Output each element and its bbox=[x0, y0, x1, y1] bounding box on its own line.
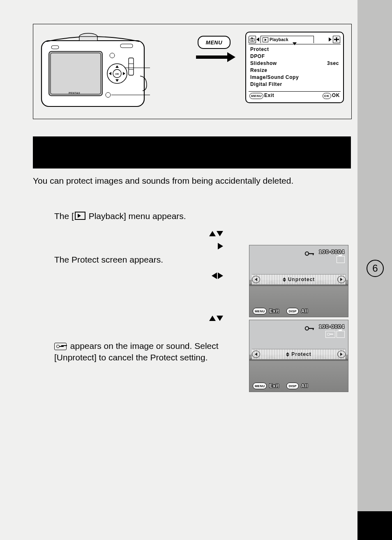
page-number-badge: 6 bbox=[367, 260, 384, 277]
protect-screen-protect: 100-0004 Protect MENU Exit DISP All bbox=[249, 320, 348, 392]
svg-rect-27 bbox=[313, 328, 314, 330]
tab-nav-left-icon bbox=[256, 36, 261, 43]
tab-setup bbox=[333, 36, 340, 43]
scroll-down-icon bbox=[293, 42, 297, 45]
image-icon bbox=[337, 256, 345, 263]
up-arrow-icon bbox=[209, 316, 216, 321]
action-band: Protect bbox=[252, 349, 346, 360]
lcd-footer: MENUExit OKOK bbox=[249, 91, 341, 100]
arrow-row-right bbox=[54, 241, 224, 252]
status-icons bbox=[325, 331, 345, 338]
up-down-arrows-icon bbox=[286, 352, 289, 357]
footer-right: OKOK bbox=[323, 92, 340, 99]
left-arrow-icon bbox=[212, 272, 217, 279]
file-counter: 100-0004 bbox=[319, 249, 345, 255]
svg-rect-12 bbox=[129, 58, 134, 75]
footer-row: MENU Exit DISP All bbox=[253, 308, 308, 314]
menu-item: Resize bbox=[250, 67, 339, 74]
step-1-text: The [ Playback] menu appears. bbox=[54, 210, 351, 222]
nav-right-icon bbox=[337, 276, 346, 283]
down-arrow-icon bbox=[217, 231, 223, 236]
svg-point-16 bbox=[106, 92, 111, 97]
side-column: 6 bbox=[357, 0, 392, 540]
menu-pill-icon: MENU bbox=[253, 308, 267, 314]
svg-rect-4 bbox=[51, 46, 59, 49]
action-band: Unprotect bbox=[252, 274, 346, 285]
arrow-row-up-down bbox=[54, 228, 224, 239]
tab-camera bbox=[249, 36, 256, 43]
camera-line-drawing: PENTAX OK bbox=[39, 29, 150, 111]
footer-row: MENU Exit DISP All bbox=[253, 383, 308, 389]
menu-item: Digital Filter bbox=[250, 81, 339, 88]
disp-pill-icon: DISP bbox=[286, 383, 298, 389]
down-arrow-icon bbox=[217, 316, 223, 321]
page: PENTAX OK MENU bbox=[0, 0, 392, 540]
tab-nav-right-icon bbox=[329, 36, 333, 43]
key-icon bbox=[304, 250, 315, 255]
svg-point-25 bbox=[305, 327, 309, 330]
svg-rect-7 bbox=[51, 53, 101, 94]
footer-all: All bbox=[301, 383, 308, 389]
svg-text:PENTAX: PENTAX bbox=[69, 92, 80, 95]
nav-left-icon bbox=[252, 276, 260, 283]
protect-box-icon bbox=[325, 331, 335, 338]
nav-left-icon bbox=[252, 351, 260, 358]
svg-text:OK: OK bbox=[115, 73, 120, 75]
svg-rect-3 bbox=[79, 37, 97, 41]
arrow-right-icon bbox=[196, 53, 237, 61]
lcd-playback-menu: Playback Protect DPOF Slideshow3sec Resi… bbox=[245, 32, 344, 103]
right-arrow-icon bbox=[218, 272, 223, 279]
footer-exit: Exit bbox=[269, 383, 279, 389]
protect-key-icon bbox=[54, 343, 67, 350]
section-heading-band bbox=[33, 136, 351, 168]
ok-pill-icon: OK bbox=[323, 93, 331, 99]
nav-right-icon bbox=[337, 351, 346, 358]
status-icons bbox=[337, 256, 345, 263]
content-column: PENTAX OK MENU bbox=[0, 0, 357, 540]
menu-pill-icon: MENU bbox=[253, 383, 267, 389]
intro-text: You can protect images and sounds from b… bbox=[33, 175, 351, 187]
svg-point-22 bbox=[305, 252, 309, 255]
svg-rect-20 bbox=[251, 38, 253, 39]
disp-pill-icon: DISP bbox=[286, 308, 298, 314]
menu-item: Image/Sound Copy bbox=[250, 74, 339, 81]
up-down-arrows-icon bbox=[283, 277, 286, 282]
svg-point-15 bbox=[110, 53, 115, 58]
right-arrow-icon bbox=[218, 243, 223, 249]
tab-playback-active: Playback bbox=[261, 36, 314, 43]
footer-all: All bbox=[301, 308, 308, 314]
lcd-menu-list: Protect DPOF Slideshow3sec Resize Image/… bbox=[250, 46, 339, 88]
band-label: Unprotect bbox=[263, 277, 335, 282]
playback-icon bbox=[75, 212, 85, 220]
tab-label: Playback bbox=[270, 37, 288, 42]
band-label: Protect bbox=[263, 351, 335, 357]
arrow-row-left-right bbox=[54, 270, 224, 282]
up-arrow-icon bbox=[209, 231, 216, 236]
menu-item: DPOF bbox=[250, 53, 339, 60]
side-bottom-block bbox=[357, 511, 392, 540]
svg-rect-5 bbox=[120, 44, 133, 48]
svg-rect-24 bbox=[313, 253, 314, 255]
playback-icon bbox=[263, 37, 268, 42]
step-3-text: appears on the image or sound. Select [U… bbox=[54, 340, 243, 363]
menu-item: Protect bbox=[250, 46, 339, 53]
footer-left: MENUExit bbox=[249, 92, 274, 99]
image-icon bbox=[337, 331, 345, 338]
footer-exit: Exit bbox=[269, 308, 279, 314]
menu-button-pill: MENU bbox=[198, 36, 231, 49]
arrow-row-up-down-2 bbox=[54, 312, 224, 324]
file-counter: 100-0004 bbox=[319, 323, 345, 330]
top-illustration-panel: PENTAX OK MENU bbox=[33, 24, 352, 119]
svg-point-21 bbox=[251, 39, 253, 41]
menu-item: Slideshow3sec bbox=[250, 60, 339, 67]
menu-pill-icon: MENU bbox=[249, 93, 263, 99]
key-icon bbox=[304, 325, 315, 330]
protect-screen-unprotect: 100-0004 Unprotect MENU Exit DISP All bbox=[249, 245, 348, 317]
